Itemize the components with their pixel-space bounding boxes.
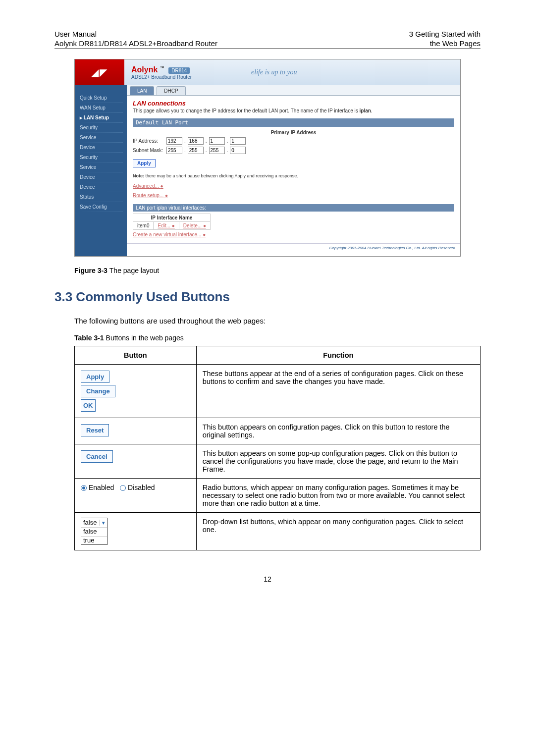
sidebar-item[interactable]: Quick Setup [79,93,123,103]
radio-disabled[interactable] [120,485,126,491]
sidebar-item[interactable]: Service [79,162,123,172]
sidebar-item[interactable]: Device [79,182,123,192]
doc-header-row1: User Manual 3 Getting Started with [54,30,481,38]
doc-header-row2: Aolynk DR811/DR814 ADSL2+Broadband Route… [54,39,481,48]
vi-th: IP Interface Name [133,214,211,222]
advanced-link[interactable]: Advanced... ● [133,183,163,189]
sidebar-item[interactable]: Device [79,143,123,153]
tab-bar: LAN DHCP [127,85,460,96]
ss-banner: ◢◤ Aolynk ™ DR814 ADSL2+ Broadband Route… [75,59,460,85]
mask-oct4[interactable] [230,147,246,154]
vi-edit-link[interactable]: Edit... ● [158,223,174,228]
button-cell: false▾falsetrue [75,513,197,550]
function-cell: These buttons appear at the end of a ser… [196,365,480,418]
header-left2: Aolynk DR811/DR814 ADSL2+Broadband Route… [54,39,217,48]
radio-enabled[interactable] [81,485,87,491]
ip-oct3[interactable] [209,137,225,145]
table-row: ResetThis button appears on configuratio… [75,418,481,444]
mask-oct2[interactable] [188,147,204,154]
tab-lan[interactable]: LAN [130,86,154,95]
header-divider [54,49,481,49]
figure-caption: Figure 3-3 The page layout [74,267,481,274]
vi-row-name: item0 [133,222,154,230]
buttons-table: Button Function ApplyChangeOKThese butto… [74,346,481,550]
reset-button[interactable]: Reset [81,424,109,436]
ip-oct1[interactable] [166,137,182,145]
virtual-if-table: IP Interface Name item0 Edit... ● Delete… [133,214,211,230]
button-cell: Enabled Disabled [75,479,197,513]
route-setup-link[interactable]: Route setup... ● [133,193,168,198]
header-right2: the Web Pages [430,39,481,48]
intro-text: The following buttons are used throughou… [74,317,481,325]
section-desc: This page allows you to change the IP ad… [133,108,454,113]
apply-note: Note: there may be a short pause between… [133,173,454,178]
main-panel: LAN DHCP LAN connections This page allow… [127,85,460,256]
table-row: CancelThis button appears on some pop-up… [75,444,481,479]
chevron-down-icon: ▾ [100,520,105,526]
ip-oct4[interactable] [230,137,246,145]
brand-sub: ADSL2+ Broadband Router [131,74,192,80]
ok-button[interactable]: OK [81,399,96,412]
sidebar-item[interactable]: Security [79,153,123,162]
table-row: ApplyChangeOKThese buttons appear at the… [75,365,481,418]
section-title: LAN connections [133,100,454,107]
mask-oct3[interactable] [209,147,225,154]
sidebar-item[interactable]: WAN Setup [79,103,123,113]
th-function: Function [196,346,480,365]
sidebar-item[interactable]: Save Config [79,202,123,212]
ip-label: IP Address: [133,138,164,144]
go-icon: ● [165,193,168,198]
function-cell: This button appears on configuration pag… [196,418,480,444]
default-lan-port-head: Default LAN Port [133,118,454,127]
mask-label: Subnet Mask: [133,148,164,153]
function-cell: This button appears on some pop-up confi… [196,444,480,479]
virtual-if-head: LAN port iplan virtual interfaces: [133,204,454,212]
cancel-button[interactable]: Cancel [81,450,113,463]
slogan: elife is up to you [251,68,297,76]
primary-ip-head: Primary IP Address [133,130,454,135]
change-button[interactable]: Change [81,385,115,397]
apply-button[interactable]: Apply [133,159,156,167]
page-number: 12 [54,575,481,583]
mask-oct1[interactable] [166,147,182,154]
apply-button[interactable]: Apply [81,371,109,383]
button-cell: ApplyChangeOK [75,365,197,418]
create-vi-link[interactable]: Create a new virtual interface... ● [133,232,206,237]
sidebar-item[interactable]: Device [79,172,123,182]
function-cell: Radio buttons, which appear on many conf… [196,479,480,513]
sidebar-item[interactable]: Service [79,133,123,143]
table-row: false▾falsetrueDrop-down list buttons, w… [75,513,481,550]
sidebar-item[interactable]: Status [79,192,123,202]
header-right1: 3 Getting Started with [409,30,481,38]
button-cell: Reset [75,418,197,444]
table-caption: Table 3-1 Buttons in the web pages [74,334,481,342]
sidebar-item[interactable]: Security [79,123,123,133]
brand-block: Aolynk ™ DR814 ADSL2+ Broadband Router [124,65,192,80]
button-cell: Cancel [75,444,197,479]
router-screenshot: ◢◤ Aolynk ™ DR814 ADSL2+ Broadband Route… [74,59,461,257]
ip-address-row: IP Address: . . . [133,137,454,145]
tab-dhcp[interactable]: DHCP [157,86,185,95]
subnet-row: Subnet Mask: . . . [133,147,454,154]
model-badge: DR814 [168,67,190,74]
table-row: Enabled DisabledRadio buttons, which app… [75,479,481,513]
th-button: Button [75,346,197,365]
dropdown[interactable]: false▾falsetrue [81,518,107,545]
brand-name: Aolynk [131,65,158,74]
sidebar-item[interactable]: ▸ LAN Setup [79,113,123,123]
function-cell: Drop-down list buttons, which appear on … [196,513,480,550]
go-icon: ● [160,183,163,189]
copyright: Copyright 2001-2004 Huawei Technologies … [127,243,460,252]
ip-oct2[interactable] [188,137,204,145]
logo-icon: ◢◤ [75,59,124,85]
header-left1: User Manual [54,30,97,38]
sidebar: Quick SetupWAN Setup▸ LAN SetupSecurityS… [75,85,127,256]
vi-delete-link[interactable]: Delete... ● [183,223,206,228]
section-heading: 3.3 Commonly Used Buttons [54,289,481,305]
